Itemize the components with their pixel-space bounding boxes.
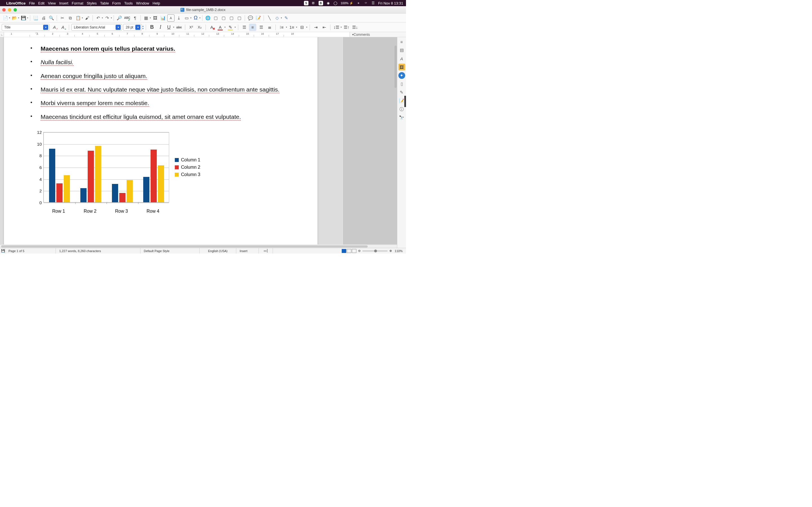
- print-button[interactable]: 🖨: [40, 14, 47, 22]
- single-page-view-icon[interactable]: [342, 249, 346, 253]
- align-center-button[interactable]: ≡: [249, 24, 256, 31]
- list-item[interactable]: Nulla facilisi.: [29, 55, 292, 69]
- line-spacing-button[interactable]: ↕☰: [333, 24, 340, 31]
- italic-button[interactable]: I: [157, 24, 164, 31]
- multi-page-view-icon[interactable]: [347, 249, 351, 253]
- control-center-icon[interactable]: ☰: [371, 1, 375, 5]
- decrease-para-spacing-button[interactable]: ☰↓: [351, 24, 359, 31]
- sidebar-menu-icon[interactable]: ≡: [398, 38, 405, 45]
- font-color-button[interactable]: A: [216, 24, 224, 31]
- list-item[interactable]: Aenean congue fringilla justo ut aliquam…: [29, 69, 292, 83]
- selection-mode-indicator[interactable]: ▭⎮: [259, 248, 273, 253]
- highlight-button[interactable]: ✎: [227, 24, 234, 31]
- insert-chart-button[interactable]: 📊: [159, 14, 167, 22]
- page[interactable]: Maecenas non lorem quis tellus placerat …: [4, 37, 317, 248]
- insert-image-button[interactable]: 🖼: [151, 14, 159, 22]
- basic-shapes-button[interactable]: ◇: [273, 14, 281, 22]
- tray-shield-icon[interactable]: ⛨: [311, 1, 316, 5]
- zoom-slider[interactable]: [362, 250, 388, 251]
- book-view-icon[interactable]: [352, 249, 356, 253]
- new-button[interactable]: 📄: [2, 14, 9, 22]
- paragraph-style-combo[interactable]: Title▾: [2, 24, 50, 31]
- draw-functions-button[interactable]: ✎: [283, 14, 290, 22]
- menu-styles[interactable]: Styles: [87, 1, 97, 5]
- insert-mode-indicator[interactable]: Insert: [236, 248, 259, 253]
- page-indicator[interactable]: Page 1 of 5: [5, 248, 56, 253]
- underline-button[interactable]: U: [165, 24, 172, 31]
- redo-button[interactable]: ↷: [103, 14, 111, 22]
- open-button[interactable]: 📂: [11, 14, 18, 22]
- find-button[interactable]: 🔎: [116, 14, 123, 22]
- tray-bitwarden-icon[interactable]: B: [319, 1, 323, 5]
- insert-field-button[interactable]: ▭: [183, 14, 190, 22]
- increase-para-spacing-button[interactable]: ☰↑: [343, 24, 350, 31]
- list-item[interactable]: Morbi viverra semper lorem nec molestie.: [29, 96, 292, 110]
- decrease-indent-button[interactable]: ⇤: [320, 24, 328, 31]
- new-style-button[interactable]: A+: [59, 24, 66, 31]
- list-item[interactable]: Maecenas tincidunt est efficitur ligula …: [29, 110, 292, 124]
- menu-edit[interactable]: Edit: [38, 1, 45, 5]
- menu-format[interactable]: Format: [71, 1, 83, 5]
- insert-pagebreak-button[interactable]: ⤓: [175, 14, 183, 22]
- align-justify-button[interactable]: ≣: [266, 24, 273, 31]
- bulleted-list[interactable]: Maecenas non lorem quis tellus placerat …: [29, 37, 292, 124]
- paste-button[interactable]: 📋: [74, 14, 82, 22]
- font-size-combo[interactable]: 28 pt▾: [123, 24, 142, 31]
- word-count[interactable]: 1,227 words, 8,260 characters: [56, 248, 140, 253]
- clear-formatting-button[interactable]: A✖: [208, 24, 215, 31]
- menu-view[interactable]: View: [48, 1, 56, 5]
- battery-indicator[interactable]: 100% ⚡: [341, 1, 353, 5]
- clone-formatting-button[interactable]: 🖌: [84, 14, 91, 22]
- export-pdf-button[interactable]: 📃: [32, 14, 39, 22]
- language-indicator[interactable]: English (USA): [200, 248, 236, 253]
- clock[interactable]: Fri Nov 8 13:31: [378, 1, 403, 5]
- zoom-percent[interactable]: 110%: [395, 249, 403, 252]
- menu-file[interactable]: File: [29, 1, 35, 5]
- crossref-button[interactable]: ▢: [228, 14, 235, 22]
- vertical-scrollbar[interactable]: [394, 37, 397, 244]
- comments-panel-toggle[interactable]: Comments: [350, 32, 406, 37]
- horizontal-ruler[interactable]: 1123456789101112131415161718▽: [4, 32, 350, 37]
- save-button[interactable]: 💾: [20, 14, 27, 22]
- sidebar-page-icon[interactable]: ▯: [398, 80, 405, 87]
- copy-button[interactable]: ⧉: [66, 14, 74, 22]
- bluetooth-icon[interactable]: ⌖: [356, 1, 361, 5]
- list-item[interactable]: Mauris id ex erat. Nunc vulputate neque …: [29, 83, 292, 96]
- bullet-list-button[interactable]: ⁝≡: [278, 24, 285, 31]
- document-area[interactable]: Maecenas non lorem quis tellus placerat …: [0, 37, 397, 248]
- tray-circle-icon[interactable]: ◯: [333, 1, 338, 5]
- number-list-button[interactable]: 1≡: [288, 24, 296, 31]
- print-preview-button[interactable]: 🔍: [48, 14, 55, 22]
- menu-tools[interactable]: Tools: [124, 1, 133, 5]
- page-style-indicator[interactable]: Default Page Style: [140, 248, 200, 253]
- hyperlink-button[interactable]: 🌐: [204, 14, 211, 22]
- align-left-button[interactable]: ☰: [241, 24, 248, 31]
- outline-button[interactable]: ⊟: [298, 24, 306, 31]
- font-name-combo[interactable]: Liberation Sans;Arial▾: [71, 24, 122, 31]
- sidebar-find-icon[interactable]: 🔭: [398, 114, 405, 121]
- strikethrough-button[interactable]: abc: [175, 24, 183, 31]
- subscript-button[interactable]: X₂: [196, 24, 203, 31]
- zoom-in-button[interactable]: ⊕: [389, 249, 392, 252]
- embedded-chart[interactable]: 024681012Row 1Row 2Row 3Row 4 Column 1Co…: [32, 132, 292, 214]
- sidebar-accessibility-icon[interactable]: ⓘ: [398, 106, 405, 113]
- zoom-out-button[interactable]: ⊖: [358, 249, 361, 252]
- insert-symbol-button[interactable]: Ω: [192, 14, 199, 22]
- undo-button[interactable]: ↶: [94, 14, 102, 22]
- track-changes-button[interactable]: ▢: [236, 14, 243, 22]
- increase-indent-button[interactable]: ⇥: [312, 24, 319, 31]
- sidebar-styles-icon[interactable]: A: [398, 55, 405, 62]
- insert-textbox-button[interactable]: A: [167, 14, 174, 22]
- edit-doc-button[interactable]: 📝: [255, 14, 262, 22]
- tray-record-icon[interactable]: ◉: [326, 1, 331, 5]
- cut-button[interactable]: ✂: [59, 14, 66, 22]
- insert-table-button[interactable]: ▦: [142, 14, 150, 22]
- superscript-button[interactable]: X²: [188, 24, 195, 31]
- align-right-button[interactable]: ☰: [257, 24, 265, 31]
- sidebar-navigator-icon[interactable]: ✦: [398, 72, 405, 79]
- formatting-marks-button[interactable]: ¶: [132, 14, 139, 22]
- menu-window[interactable]: Window: [136, 1, 149, 5]
- horizontal-scrollbar[interactable]: [0, 244, 397, 248]
- line-tool-button[interactable]: ╲: [266, 14, 273, 22]
- sidebar-collapse-handle[interactable]: [404, 96, 406, 107]
